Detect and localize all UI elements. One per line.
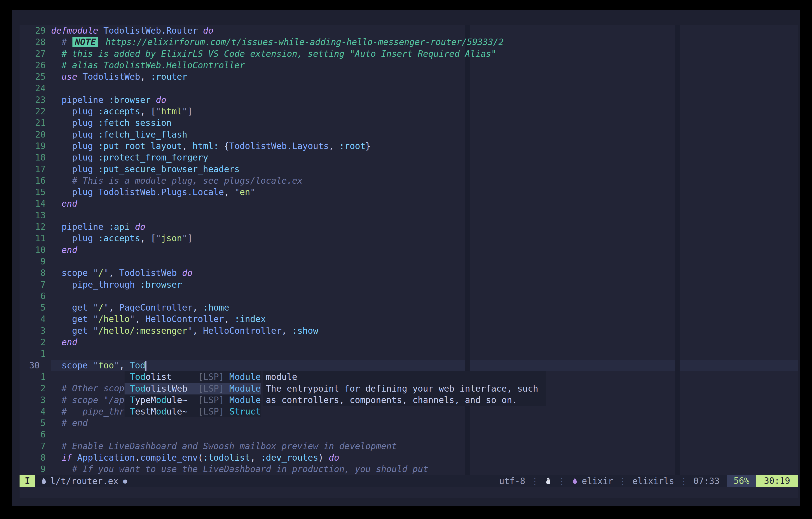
code-text: get "/hello", HelloController, :index [51, 313, 798, 325]
line-number: 12 [20, 221, 51, 233]
token [51, 60, 61, 70]
token [177, 268, 182, 278]
code-line[interactable]: 25 use TodolistWeb, :router [20, 71, 798, 83]
code-line[interactable]: 24 [20, 83, 798, 94]
token: plug [72, 233, 98, 243]
token: , [119, 360, 129, 371]
completion-item[interactable]: TypeModule~ [LSP] Module [124, 395, 261, 406]
neovim-editor[interactable]: 29defmodule TodolistWeb.Router do28 # NO… [20, 25, 798, 498]
code-text: if Application.compile_env(:todolist, :d… [51, 452, 798, 463]
token: " [250, 187, 255, 197]
token [51, 418, 61, 428]
token: TodolistWeb.Router [104, 26, 198, 36]
token: get [72, 302, 93, 313]
code-line[interactable]: 20 plug :fetch_live_flash [20, 129, 798, 140]
code-line[interactable]: 26 # alias TodolistWeb.HelloController [20, 60, 798, 71]
code-line[interactable]: 8 scope "/", TodolistWeb do [20, 267, 798, 279]
token [51, 106, 72, 116]
code-line[interactable]: 13 [20, 210, 798, 221]
token: . [135, 453, 140, 463]
code-line[interactable]: 6 [20, 429, 798, 440]
line-number: 1 [20, 371, 51, 383]
label-text: ule~ [167, 406, 187, 416]
line-number: 8 [20, 452, 51, 463]
token [51, 302, 72, 313]
code-line[interactable]: 5 # end [20, 417, 798, 429]
code-line[interactable]: 4 get "/hello", HelloController, :index [20, 313, 798, 325]
token: compile_env [140, 453, 198, 463]
code-line[interactable]: 16 # This is a module plug, see plugs/lo… [20, 175, 798, 186]
token: " [182, 233, 187, 243]
code-line[interactable]: 7 pipe_through :browser [20, 279, 798, 290]
token: ] [187, 106, 193, 116]
token: , [ [140, 233, 156, 243]
label-text: ypeM [135, 395, 156, 405]
code-line[interactable]: 18 plug :protect_from_forgery [20, 152, 798, 163]
token: " [104, 268, 109, 278]
lsp-server-label: elixirls [632, 476, 674, 486]
token: " [93, 360, 98, 371]
code-line[interactable]: 6 [20, 290, 798, 302]
completion-menu[interactable]: Todolist [LSP] Module TodolistWeb [LSP] … [124, 371, 261, 417]
token: :browser [109, 95, 151, 105]
note-badge: NOTE [72, 37, 98, 47]
code-line[interactable]: 27 # this is added by ElixirLS VS Code e… [20, 48, 798, 60]
code-line[interactable]: 14 end [20, 198, 798, 209]
clock-label: 07:33 [693, 476, 720, 486]
code-line[interactable]: 9 [20, 256, 798, 267]
line-number: 14 [20, 198, 51, 209]
code-line-current[interactable]: 30 scope "foo", Tod [20, 360, 798, 371]
token: plug [72, 187, 98, 197]
token [51, 164, 72, 174]
token: /hello/:messenger [98, 326, 187, 336]
token [51, 383, 61, 394]
token: https://elixirforum.com/t/issues-while-a… [100, 37, 504, 47]
code-text [51, 348, 798, 359]
code-line[interactable]: 21 plug :fetch_session [20, 117, 798, 129]
token: html: [193, 141, 219, 151]
code-line[interactable]: 11 plug :accepts, ["json"] [20, 233, 798, 244]
code-line[interactable]: 22 plug :accepts, ["html"] [20, 106, 798, 117]
completion-item-selected[interactable]: TodolistWeb [LSP] Module [124, 383, 261, 395]
token [51, 199, 61, 209]
token: , [109, 302, 119, 313]
filetype-label: elixir [582, 476, 613, 486]
separator-icon: ⋮ [557, 476, 566, 486]
token: ) [318, 453, 328, 463]
code-line[interactable]: 17 plug :put_secure_browser_headers [20, 164, 798, 175]
token: ] [187, 233, 193, 243]
encoding-label: utf-8 [499, 476, 525, 486]
completion-item[interactable]: TestModule~ [LSP] Struct [124, 406, 261, 417]
code-text: scope "foo", Tod [51, 360, 798, 371]
token: / [98, 302, 104, 313]
code-line[interactable]: 1 [20, 348, 798, 359]
code-line[interactable]: 8 if Application.compile_env(:todolist, … [20, 452, 798, 463]
terminal-window: 29defmodule TodolistWeb.Router do28 # NO… [12, 10, 800, 506]
code-line[interactable]: 15 plug TodolistWeb.Plugs.Locale, "en" [20, 186, 798, 198]
code-line[interactable]: 3 get "/hello/:messenger", HelloControll… [20, 325, 798, 337]
token: en [240, 187, 250, 197]
code-line[interactable]: 7 # Enable LiveDashboard and Swoosh mail… [20, 440, 798, 452]
code-line[interactable]: 12 pipeline :api do [20, 221, 798, 233]
code-text: pipeline :api do [51, 221, 798, 233]
code-line[interactable]: 9 # If you want to use the LiveDashboard… [20, 463, 798, 475]
code-text [51, 83, 798, 94]
code-line[interactable]: 2 end [20, 337, 798, 348]
code-line[interactable]: 28 # NOTE https://elixirforum.com/t/issu… [20, 36, 798, 48]
code-text: scope "/", TodolistWeb do [51, 267, 798, 279]
code-line[interactable]: 5 get "/", PageController, :home [20, 302, 798, 313]
token: end [61, 199, 77, 209]
token [51, 280, 72, 290]
line-number: 24 [20, 83, 51, 94]
code-line[interactable]: 10 end [20, 244, 798, 256]
match-text: T [130, 395, 135, 405]
code-line[interactable]: 29defmodule TodolistWeb.Router do [20, 25, 798, 36]
token: " [93, 302, 98, 313]
code-line[interactable]: 23 pipeline :browser do [20, 94, 798, 106]
token: PageController [119, 302, 192, 313]
match-text: Tod [130, 372, 145, 382]
code-line[interactable]: 19 plug :put_root_layout, html: {Todolis… [20, 140, 798, 152]
statusline: I l/t/router.ex ● utf-8 ⋮ ⋮ elixir ⋮ eli… [20, 475, 798, 487]
completion-item[interactable]: Todolist [LSP] Module [124, 371, 261, 383]
token: :api [109, 222, 129, 232]
